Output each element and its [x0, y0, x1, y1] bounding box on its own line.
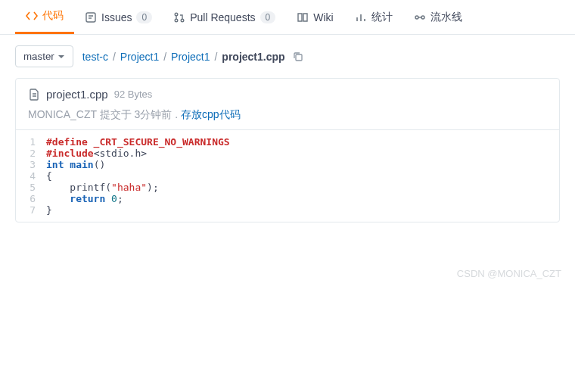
pulls-count: 0 [260, 11, 276, 23]
copy-path-icon[interactable] [293, 51, 303, 62]
repo-tabs: 代码 Issues 0 Pull Requests 0 Wiki 统计 流水线 [0, 0, 575, 35]
line-number: 2 [16, 148, 46, 159]
svg-rect-6 [296, 54, 302, 61]
line-number: 3 [16, 159, 46, 170]
stats-icon [355, 11, 367, 23]
line-number: 4 [16, 170, 46, 182]
commit-author: MONICA_CZT [28, 108, 97, 120]
breadcrumb-sep: / [163, 51, 166, 63]
toolbar: master test-c / Project1 / Project1 / pr… [0, 35, 575, 78]
tab-label: Issues [101, 11, 132, 23]
pull-request-icon [173, 11, 185, 23]
breadcrumb-project1-inner[interactable]: Project1 [171, 51, 210, 63]
tab-wiki[interactable]: Wiki [286, 2, 343, 33]
file-icon [28, 89, 40, 101]
code-line: 3int main() [16, 159, 559, 170]
breadcrumb-root[interactable]: test-c [82, 51, 108, 63]
commit-prefix: 提交于 [100, 108, 132, 120]
file-size: 92 Bytes [114, 89, 153, 100]
tab-issues[interactable]: Issues 0 [74, 2, 163, 33]
commit-message[interactable]: 存放cpp代码 [181, 108, 241, 120]
code-line: 7} [16, 204, 559, 216]
tab-stats[interactable]: 统计 [344, 2, 403, 33]
branch-selector[interactable]: master [15, 45, 73, 67]
breadcrumb-sep: / [214, 51, 217, 63]
branch-name: master [23, 51, 54, 62]
code-line: 1#define _CRT_SECURE_NO_WARNINGS [16, 136, 559, 148]
tab-pulls[interactable]: Pull Requests 0 [163, 2, 286, 33]
file-header: project1.cpp 92 Bytes MONICA_CZT 提交于 3分钟… [16, 79, 559, 129]
file-name: project1.cpp [46, 88, 108, 101]
code-area: 1#define _CRT_SECURE_NO_WARNINGS 2#inclu… [16, 129, 559, 222]
line-number: 6 [16, 193, 46, 204]
line-number: 1 [16, 136, 46, 148]
code-line: 5 printf("haha"); [16, 182, 559, 193]
tab-label: Pull Requests [190, 11, 255, 23]
code-line: 2#include<stdio.h> [16, 148, 559, 159]
breadcrumb-project1[interactable]: Project1 [120, 51, 159, 63]
issues-count: 0 [136, 11, 152, 23]
issues-icon [85, 11, 97, 23]
breadcrumb-current: project1.cpp [222, 51, 284, 63]
tab-label: Wiki [313, 11, 333, 23]
chevron-down-icon [58, 53, 65, 61]
code-line: 6 return 0; [16, 193, 559, 204]
svg-rect-0 [86, 13, 95, 22]
file-box: project1.cpp 92 Bytes MONICA_CZT 提交于 3分钟… [15, 78, 560, 222]
svg-point-5 [421, 16, 424, 19]
svg-point-2 [175, 19, 178, 22]
commit-dot: . [175, 108, 178, 120]
line-number: 5 [16, 182, 46, 193]
tab-pipeline[interactable]: 流水线 [403, 2, 473, 33]
wiki-icon [297, 11, 309, 23]
tab-label: 统计 [371, 11, 393, 24]
svg-point-1 [175, 13, 178, 16]
watermark: CSDN @MONICA_CZT [0, 238, 575, 284]
breadcrumb-sep: / [113, 51, 116, 63]
commit-time: 3分钟前 [135, 108, 172, 120]
tab-label: 流水线 [430, 11, 462, 24]
code-line: 4{ [16, 170, 559, 182]
tab-label: 代码 [42, 9, 64, 23]
svg-point-4 [415, 16, 418, 19]
line-number: 7 [16, 204, 46, 216]
breadcrumb: test-c / Project1 / Project1 / project1.… [82, 51, 303, 63]
commit-info: MONICA_CZT 提交于 3分钟前 . 存放cpp代码 [28, 108, 547, 122]
svg-point-3 [181, 19, 184, 22]
code-icon [26, 10, 38, 22]
tab-code[interactable]: 代码 [15, 0, 74, 34]
pipeline-icon [414, 11, 426, 23]
